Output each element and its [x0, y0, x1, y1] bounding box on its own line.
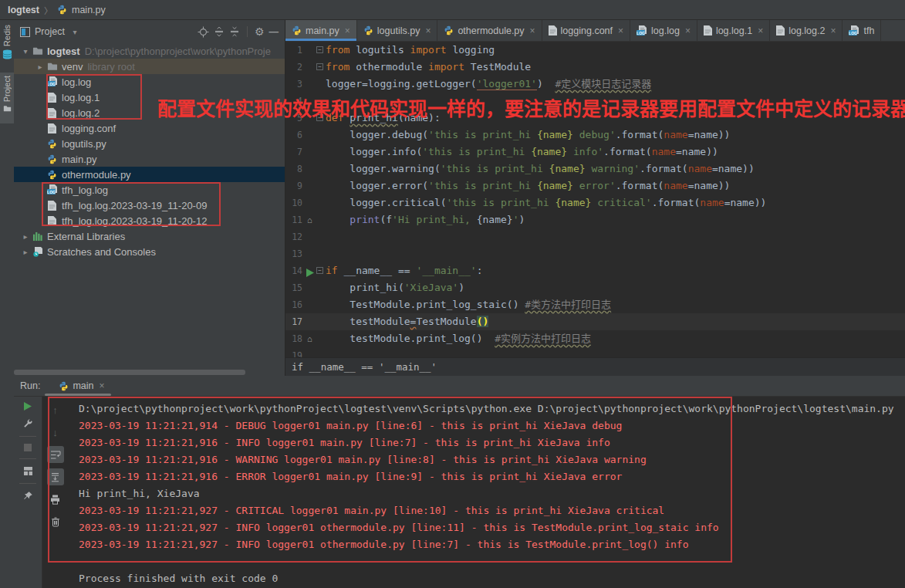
- line-number[interactable]: 14: [285, 262, 302, 279]
- tree-item-logtest[interactable]: ▾logtestD:\project\pythonproject\work\py…: [14, 43, 285, 59]
- editor-tab-log.log.1[interactable]: log.log.1×: [697, 20, 770, 41]
- close-tab-icon[interactable]: ×: [618, 25, 623, 36]
- run-console-output[interactable]: D:\project\pythonproject\work\pythonProj…: [68, 397, 905, 588]
- chevron-right-icon[interactable]: ▸: [35, 63, 46, 71]
- code-line-17[interactable]: 17 testModule=TestModule(): [285, 313, 905, 330]
- tree-item-Scratches and Consoles[interactable]: ▸Scratches and Consoles: [14, 244, 285, 259]
- close-icon[interactable]: ×: [100, 380, 105, 391]
- code-line-18[interactable]: 18⌂ testModule.print_log() #实例方法中打印日志: [285, 330, 905, 347]
- gutter-marks[interactable]: −: [302, 42, 326, 59]
- tree-item-External Libraries[interactable]: ▸External Libraries: [14, 228, 285, 244]
- code-line-19[interactable]: 19: [285, 347, 905, 358]
- line-number[interactable]: 3: [285, 76, 302, 93]
- line-number[interactable]: 7: [285, 144, 302, 161]
- chevron-right-icon[interactable]: ▸: [20, 232, 31, 241]
- restore-layout-icon[interactable]: [23, 466, 33, 476]
- line-number[interactable]: 6: [285, 127, 302, 144]
- tree-item-tfh_log.log.2023-03-19_11-20-09[interactable]: tfh_log.log.2023-03-19_11-20-09: [14, 198, 285, 213]
- line-number[interactable]: 15: [285, 279, 302, 296]
- gutter-marks[interactable]: [302, 313, 326, 330]
- gutter-marks[interactable]: [302, 76, 326, 93]
- line-number[interactable]: 12: [285, 228, 302, 245]
- gutter-marks[interactable]: [302, 144, 326, 161]
- horizontal-scrollbar[interactable]: [14, 370, 245, 375]
- code-line-9[interactable]: 9 logger.error('this is print_hi {name} …: [285, 177, 905, 194]
- gutter-marks[interactable]: [302, 279, 326, 296]
- code-line-3[interactable]: 3logger=logging.getLogger('logger01') #定…: [285, 76, 905, 93]
- close-tab-icon[interactable]: ×: [530, 25, 535, 36]
- close-tab-icon[interactable]: ×: [830, 25, 836, 36]
- code-line-5[interactable]: 5−def print_hi(name):: [285, 110, 905, 127]
- code-line-15[interactable]: 15 print_hi('XieJava'): [285, 279, 905, 296]
- tree-item-logging.conf[interactable]: logging.conf: [14, 120, 285, 136]
- tree-item-log.log.1[interactable]: log.log.1: [14, 90, 285, 105]
- line-number[interactable]: 1: [285, 42, 302, 59]
- line-number[interactable]: 13: [285, 245, 302, 262]
- code-line-7[interactable]: 7 logger.info('this is print_hi {name} i…: [285, 144, 905, 161]
- line-number[interactable]: 4: [285, 93, 302, 110]
- gutter-marks[interactable]: [302, 161, 326, 177]
- collapse-all-icon[interactable]: [229, 26, 240, 37]
- code-line-14[interactable]: 14−if __name__ == '__main__':: [285, 262, 905, 279]
- line-number[interactable]: 9: [285, 177, 302, 194]
- gutter-marks[interactable]: −: [302, 262, 326, 279]
- code-line-16[interactable]: 16 TestModule.print_log_staic() #类方法中打印日…: [285, 296, 905, 313]
- tree-item-main.py[interactable]: main.py: [14, 151, 285, 167]
- close-tab-icon[interactable]: ×: [685, 25, 691, 36]
- tool-tab-redis[interactable]: Redis: [0, 22, 14, 71]
- breadcrumb-file[interactable]: main.py: [72, 5, 106, 15]
- tree-item-othermodule.py[interactable]: othermodule.py: [14, 167, 285, 182]
- close-tab-icon[interactable]: ×: [425, 25, 431, 36]
- line-number[interactable]: 11: [285, 211, 302, 228]
- gutter-marks[interactable]: [302, 296, 326, 313]
- code-line-1[interactable]: 1−from logutils import logging: [285, 42, 905, 59]
- fold-marker-icon[interactable]: −: [316, 46, 323, 53]
- clear-console-icon[interactable]: [47, 513, 64, 530]
- pin-tab-icon[interactable]: [23, 491, 33, 501]
- hide-panel-icon[interactable]: —: [269, 26, 279, 37]
- soft-wrap-icon[interactable]: [47, 446, 64, 463]
- stop-button[interactable]: [24, 444, 32, 451]
- chevron-right-icon[interactable]: ▸: [20, 248, 31, 256]
- gutter-marks[interactable]: [302, 177, 326, 194]
- editor-tab-othermodule.py[interactable]: othermodule.py×: [437, 20, 542, 41]
- code-line-11[interactable]: 11⌂ print(f'Hi print_hi, {name}'): [285, 211, 905, 228]
- gutter-marks[interactable]: ⌂: [302, 330, 326, 347]
- close-tab-icon[interactable]: ×: [758, 25, 763, 36]
- tree-item-log.log[interactable]: LOGlog.log: [14, 74, 285, 90]
- tree-item-logutils.py[interactable]: logutils.py: [14, 136, 285, 151]
- rerun-button[interactable]: [23, 401, 32, 411]
- chevron-down-icon[interactable]: ▾: [69, 28, 80, 36]
- gutter-marks[interactable]: −: [302, 110, 326, 127]
- code-line-8[interactable]: 8 logger.warning('this is print_hi {name…: [285, 161, 905, 177]
- fold-marker-icon[interactable]: −: [316, 267, 323, 274]
- code-editor[interactable]: 1−from logutils import logging2−from oth…: [285, 42, 905, 358]
- settings-gear-icon[interactable]: ⚙: [255, 25, 265, 38]
- down-stacktrace-icon[interactable]: ↓: [47, 424, 64, 441]
- code-line-13[interactable]: 13: [285, 245, 905, 262]
- expand-all-icon[interactable]: [214, 26, 225, 37]
- close-tab-icon[interactable]: ×: [345, 25, 350, 36]
- gutter-marks[interactable]: [302, 194, 326, 211]
- code-line-12[interactable]: 12: [285, 228, 905, 245]
- gutter-marks[interactable]: −: [302, 59, 326, 76]
- tree-item-venv[interactable]: ▸venvlibrary root: [14, 59, 285, 74]
- line-number[interactable]: 5: [285, 110, 302, 127]
- locate-file-icon[interactable]: [198, 26, 209, 38]
- chevron-down-icon[interactable]: ▾: [20, 47, 31, 56]
- code-line-10[interactable]: 10 logger.critical('this is print_hi {na…: [285, 194, 905, 211]
- line-number[interactable]: 17: [285, 313, 302, 330]
- tree-item-tfh_log.log.2023-03-19_11-20-12[interactable]: tfh_log.log.2023-03-19_11-20-12: [14, 213, 285, 228]
- editor-tab-tfh[interactable]: LOGtfh: [843, 20, 881, 41]
- gutter-marks[interactable]: [302, 228, 326, 245]
- code-line-6[interactable]: 6 logger.debug('this is print_hi {name} …: [285, 127, 905, 144]
- gutter-marks[interactable]: [302, 93, 326, 110]
- run-tab-main[interactable]: main ×: [59, 380, 104, 391]
- up-stacktrace-icon[interactable]: ↑: [47, 401, 64, 418]
- gutter-marks[interactable]: [302, 347, 326, 358]
- line-number[interactable]: 8: [285, 161, 302, 177]
- tree-item-log.log.2[interactable]: log.log.2: [14, 105, 285, 120]
- code-line-2[interactable]: 2−from othermodule import TestModule: [285, 59, 905, 76]
- editor-tab-log.log.2[interactable]: log.log.2×: [770, 20, 843, 41]
- editor-tab-log.log[interactable]: LOGlog.log×: [630, 20, 697, 41]
